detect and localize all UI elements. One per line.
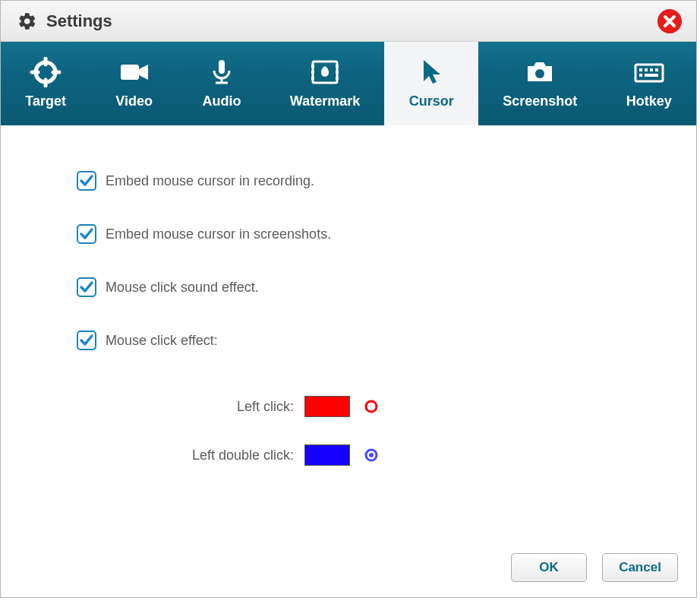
close-icon (657, 8, 683, 34)
tab-video[interactable]: Video (90, 42, 178, 125)
left-double-click-color-row: Left double click: (1, 444, 696, 466)
svg-rect-20 (645, 74, 658, 77)
svg-rect-8 (311, 71, 314, 74)
svg-rect-14 (635, 65, 663, 81)
left-click-color-swatch[interactable] (304, 396, 350, 417)
tab-cursor[interactable]: Cursor (384, 42, 478, 125)
option-label: Mouse click effect: (106, 333, 218, 349)
camera-icon (523, 57, 557, 87)
option-label: Mouse click sound effect. (106, 280, 259, 296)
checkbox-embed-screenshots[interactable] (77, 224, 96, 244)
circle-dot-icon (364, 448, 379, 463)
svg-rect-7 (311, 65, 314, 68)
left-double-click-color-swatch[interactable] (304, 444, 350, 466)
svg-point-23 (369, 453, 374, 457)
tab-watermark[interactable]: Watermark (266, 42, 385, 125)
tab-content-cursor: Embed mouse cursor in recording. Embed m… (1, 125, 696, 597)
svg-rect-19 (639, 74, 642, 77)
tab-audio[interactable]: Audio (178, 42, 265, 125)
option-label: Embed mouse cursor in screenshots. (106, 226, 331, 242)
svg-rect-16 (645, 68, 648, 71)
tabbar: Target Video Audio (1, 42, 696, 125)
option-embed-recording: Embed mouse cursor in recording. (1, 171, 696, 191)
cursor-icon (415, 57, 448, 87)
checkbox-embed-recording[interactable] (77, 171, 96, 191)
svg-rect-12 (336, 77, 339, 80)
svg-rect-11 (336, 71, 339, 74)
tab-target[interactable]: Target (1, 42, 90, 125)
svg-rect-9 (311, 77, 314, 80)
audio-icon (205, 57, 238, 87)
svg-rect-10 (336, 65, 339, 68)
checkbox-click-effect[interactable] (77, 331, 96, 350)
svg-rect-18 (655, 68, 658, 71)
watermark-icon (308, 57, 342, 87)
tab-screenshot[interactable]: Screenshot (478, 42, 602, 125)
svg-rect-3 (219, 60, 225, 74)
option-label: Embed mouse cursor in recording. (106, 173, 314, 189)
left-click-label: Left click: (137, 399, 304, 415)
svg-rect-15 (639, 68, 642, 71)
tab-label: Watermark (290, 93, 360, 109)
titlebar: Settings (1, 1, 696, 42)
video-icon (118, 57, 151, 87)
svg-point-21 (366, 401, 377, 412)
circle-outline-icon (364, 399, 379, 414)
gear-icon (17, 11, 37, 31)
svg-rect-2 (121, 65, 139, 80)
tab-label: Audio (202, 93, 241, 109)
svg-point-13 (535, 69, 544, 78)
checkmark-icon (79, 173, 94, 188)
window-title: Settings (46, 11, 112, 31)
option-click-sound: Mouse click sound effect. (1, 277, 696, 297)
footer-buttons: OK Cancel (511, 553, 678, 582)
option-click-effect: Mouse click effect: (1, 331, 696, 350)
cancel-button[interactable]: Cancel (602, 553, 678, 582)
checkmark-icon (79, 333, 94, 348)
tab-label: Video (115, 93, 153, 109)
tab-label: Target (25, 93, 66, 109)
checkmark-icon (79, 280, 94, 295)
close-button[interactable] (657, 8, 683, 34)
left-click-color-row: Left click: (1, 396, 696, 417)
svg-rect-17 (650, 68, 653, 71)
checkmark-icon (79, 226, 94, 242)
option-embed-screenshots: Embed mouse cursor in screenshots. (1, 224, 696, 244)
keyboard-icon (632, 57, 666, 87)
target-icon (29, 57, 62, 87)
tab-label: Screenshot (503, 93, 577, 109)
left-double-click-label: Left double click: (137, 448, 304, 463)
tab-hotkey[interactable]: Hotkey (601, 42, 696, 125)
checkbox-click-sound[interactable] (77, 277, 96, 297)
ok-button[interactable]: OK (511, 553, 587, 582)
settings-window: Settings Target Video (0, 0, 697, 598)
tab-label: Cursor (409, 93, 454, 109)
tab-label: Hotkey (626, 93, 672, 109)
